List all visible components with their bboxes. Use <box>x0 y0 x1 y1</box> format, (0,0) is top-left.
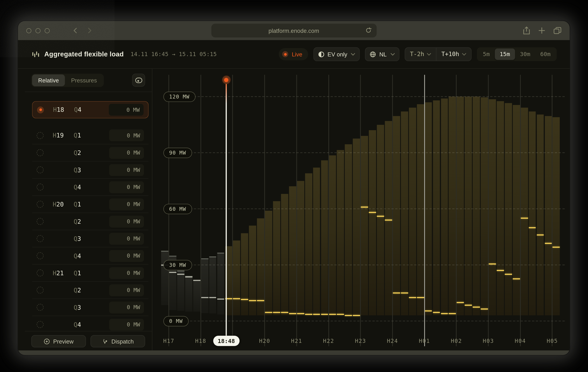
radio[interactable] <box>37 149 43 156</box>
interval-60m[interactable]: 60m <box>535 49 556 60</box>
load-bar[interactable] <box>537 114 544 315</box>
load-bar[interactable] <box>321 160 328 315</box>
load-bar[interactable] <box>377 125 384 315</box>
load-row[interactable]: Q20 MW <box>32 144 149 161</box>
load-bar[interactable] <box>401 112 408 315</box>
load-bar[interactable] <box>265 211 272 315</box>
load-row[interactable]: Q20 MW <box>32 281 149 299</box>
radio[interactable] <box>37 184 43 190</box>
load-bar[interactable] <box>241 233 248 315</box>
load-bar[interactable] <box>177 270 184 311</box>
tab-overview-icon[interactable] <box>553 26 562 35</box>
load-bar[interactable] <box>457 97 464 315</box>
interval-5m[interactable]: 5m <box>478 49 495 60</box>
window-past-dropdown[interactable]: T-2h <box>405 48 436 61</box>
load-bar[interactable] <box>417 104 424 315</box>
load-bar[interactable] <box>441 99 448 315</box>
load-bar[interactable] <box>289 186 296 315</box>
row-value-input[interactable]: 0 MW <box>109 104 144 116</box>
load-bar[interactable] <box>409 108 416 315</box>
radio[interactable] <box>37 218 43 225</box>
load-bar[interactable] <box>217 253 224 314</box>
load-bar[interactable] <box>545 116 552 315</box>
radio[interactable] <box>37 287 43 293</box>
load-bar[interactable] <box>489 99 496 315</box>
row-value-input[interactable]: 0 MW <box>109 181 144 193</box>
radio[interactable] <box>37 269 43 276</box>
load-bar[interactable] <box>161 251 168 305</box>
reload-icon[interactable] <box>365 27 372 34</box>
row-value-input[interactable]: 0 MW <box>109 267 144 279</box>
load-bar[interactable] <box>337 150 344 315</box>
radio[interactable] <box>37 304 43 311</box>
load-row[interactable]: Q40 MW <box>32 247 149 264</box>
now-dot[interactable] <box>222 76 231 84</box>
radio[interactable] <box>37 132 43 139</box>
load-bar[interactable] <box>553 117 560 315</box>
load-bar[interactable] <box>385 121 392 315</box>
load-bar[interactable] <box>369 130 376 315</box>
radio[interactable] <box>37 235 43 242</box>
row-value-input[interactable]: 0 MW <box>109 319 144 331</box>
row-value-input[interactable]: 0 MW <box>109 301 144 313</box>
load-bar[interactable] <box>185 276 192 311</box>
load-bar[interactable] <box>505 103 512 315</box>
row-value-input[interactable]: 0 MW <box>109 164 144 176</box>
load-bar[interactable] <box>305 173 312 315</box>
load-bar[interactable] <box>193 280 200 312</box>
load-row[interactable]: Q30 MW <box>32 161 149 178</box>
load-row[interactable]: H18Q40 MW <box>32 101 149 118</box>
load-bar[interactable] <box>521 108 528 315</box>
radio[interactable] <box>37 321 43 328</box>
load-bar[interactable] <box>481 97 488 315</box>
radio[interactable] <box>37 166 43 173</box>
radio[interactable] <box>37 252 43 259</box>
interval-30m[interactable]: 30m <box>515 49 535 60</box>
load-bar[interactable] <box>393 116 400 315</box>
load-bar[interactable] <box>473 97 480 315</box>
load-bar[interactable] <box>329 155 336 315</box>
load-bar[interactable] <box>353 139 360 315</box>
load-row[interactable]: H20Q10 MW <box>32 196 149 213</box>
radio[interactable] <box>37 201 43 208</box>
region-dropdown[interactable]: NL <box>365 47 399 61</box>
load-bar[interactable] <box>249 226 256 315</box>
load-row[interactable]: H19Q10 MW <box>32 127 149 144</box>
load-bar[interactable] <box>297 181 304 315</box>
fleet-filter-dropdown[interactable]: EV only <box>313 47 360 61</box>
load-row[interactable]: H21Q10 MW <box>32 264 149 281</box>
new-tab-icon[interactable] <box>537 26 546 35</box>
radio-selected[interactable] <box>37 106 44 113</box>
close-window-button[interactable] <box>26 28 31 33</box>
live-indicator[interactable]: Live <box>279 48 308 60</box>
preview-button[interactable]: Preview <box>31 335 86 347</box>
row-value-input[interactable]: 0 MW <box>109 198 144 210</box>
load-bar[interactable] <box>513 105 520 315</box>
url-bar[interactable]: platform.enode.com <box>211 24 377 38</box>
load-bar[interactable] <box>361 136 368 315</box>
visibility-toggle-button[interactable] <box>132 74 145 87</box>
tab-pressures[interactable]: Pressures <box>65 74 103 86</box>
load-row[interactable]: Q20 MW <box>32 213 149 230</box>
forward-button[interactable] <box>86 27 93 34</box>
row-value-input[interactable]: 0 MW <box>109 250 144 262</box>
load-bar[interactable] <box>281 194 288 315</box>
share-icon[interactable] <box>522 26 531 35</box>
load-bar[interactable] <box>313 168 320 315</box>
row-value-input[interactable]: 0 MW <box>109 216 144 227</box>
row-value-input[interactable]: 0 MW <box>109 284 144 296</box>
load-bar[interactable] <box>449 97 456 315</box>
row-value-input[interactable]: 0 MW <box>109 233 144 245</box>
window-future-dropdown[interactable]: T+10h <box>436 48 471 61</box>
dispatch-button[interactable]: Dispatch <box>91 335 145 347</box>
load-row[interactable]: Q40 MW <box>32 316 149 331</box>
load-row[interactable]: Q40 MW <box>32 178 149 196</box>
load-bar[interactable] <box>201 258 208 313</box>
minimize-window-button[interactable] <box>35 28 40 33</box>
load-row[interactable]: Q30 MW <box>32 230 149 247</box>
row-value-input[interactable]: 0 MW <box>109 129 144 141</box>
load-bar[interactable] <box>529 112 536 315</box>
load-bar[interactable] <box>273 201 280 315</box>
back-button[interactable] <box>72 27 80 34</box>
load-bar[interactable] <box>345 144 352 315</box>
